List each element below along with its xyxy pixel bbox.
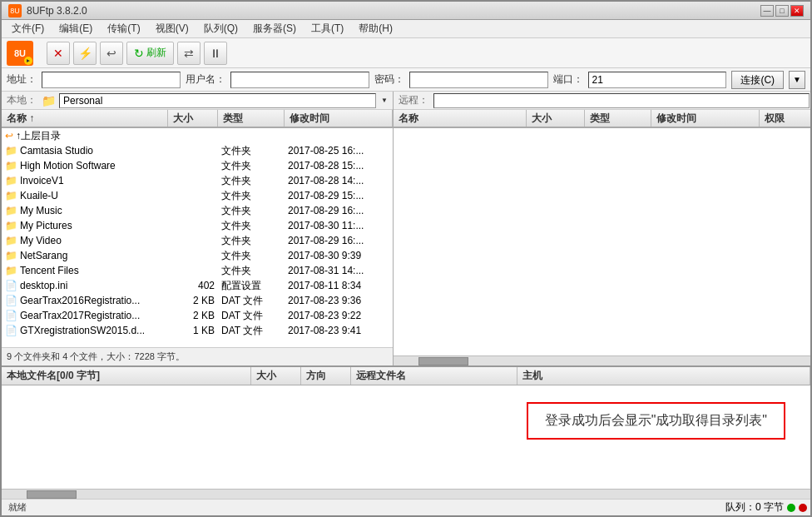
menu-file[interactable]: 文件(F) [5,20,51,37]
table-row[interactable]: 📄desktop.ini 402 配置设置 2017-08-11 8:34 [2,278,393,293]
port-input[interactable] [588,72,727,88]
toolbar: 8U ▸ ✕ ⚡ ↩ ↻ 刷新 ⇄ ⏸ [2,38,810,68]
file-cell-date: 2017-08-23 9:41 [285,325,393,336]
app-icon: 8U [8,4,22,17]
transfer-scrollbar[interactable] [2,489,810,499]
local-panel-status: 9 个文件夹和 4 个文件，大小：7228 字节。 [2,347,393,365]
connect-dropdown[interactable]: ▼ [789,71,805,89]
table-row[interactable]: 📁My Music 文件夹 2017-08-29 16:... [2,203,393,218]
folder-icon: 📁 [5,190,17,201]
table-row[interactable]: 📁Tencent Files 文件夹 2017-08-31 14:... [2,263,393,278]
file-cell-type: DAT 文件 [218,294,285,308]
app-title: 8UFtp 3.8.2.0 [27,5,87,17]
table-row[interactable]: 📁My Video 文件夹 2017-08-29 16:... [2,233,393,248]
refresh-icon: ↻ [134,47,144,60]
transfer-body: 登录成功后会显示"成功取得目录列表" [2,385,810,489]
close-button[interactable]: ✕ [790,5,804,17]
connect-button[interactable]: 连接(C) [731,71,784,89]
file-cell-name: 📄GearTrax2017Registratio... [2,310,168,321]
remote-path-value[interactable] [433,93,810,108]
col-header-remote-size[interactable]: 大小 [527,110,585,127]
table-row[interactable]: 📁Camtasia Studio 文件夹 2017-08-25 16:... [2,143,393,158]
table-row[interactable]: 📁High Motion Software 文件夹 2017-08-28 15:… [2,158,393,173]
pass-input[interactable] [409,72,548,88]
transfer-scroll-thumb[interactable] [27,490,77,499]
remote-panel: 远程： ▼ 名称 大小 类型 修改时间 权限 [394,92,810,365]
transfer-button[interactable]: ⇄ [177,42,201,65]
transfer-col-size[interactable]: 大小 [251,367,301,385]
stop-button[interactable]: ✕ [47,42,70,65]
panels-row: 本地： 📁 Personal ▼ 名称 ↑ 大小 类型 修改时间 ↩↑上层目录 [2,92,810,365]
menu-queue[interactable]: 队列(Q) [197,20,245,37]
table-row[interactable]: 📄GearTrax2016Registratio... 2 KB DAT 文件 … [2,293,393,308]
remote-scroll-thumb[interactable] [418,357,468,365]
menu-server[interactable]: 服务器(S) [246,20,303,37]
file-cell-name: 📁My Music [2,205,168,216]
file-cell-name: 📁InvoiceV1 [2,175,168,186]
file-cell-type: 配置设置 [218,279,285,293]
reconnect-button[interactable]: ⚡ [73,42,97,65]
refresh-label: 刷新 [146,46,166,60]
addr-label: 地址： [7,72,37,87]
col-header-type[interactable]: 类型 [218,110,285,127]
user-input[interactable] [230,72,369,88]
remote-file-list[interactable] [394,128,810,355]
menu-tools[interactable]: 工具(T) [304,20,350,37]
file-cell-type: 文件夹 [218,249,285,263]
transfer-col-direction[interactable]: 方向 [301,367,351,385]
indicator-red [799,504,807,512]
local-path-value[interactable]: Personal [59,93,376,108]
col-header-size[interactable]: 大小 [168,110,218,127]
folder-icon: 📁 [5,145,17,157]
path-dropdown-icon[interactable]: ▼ [381,97,388,104]
local-file-list[interactable]: ↩↑上层目录 📁Camtasia Studio 文件夹 2017-08-25 1… [2,128,393,347]
col-header-date[interactable]: 修改时间 [285,110,393,127]
file-doc-icon: 📄 [5,325,17,336]
file-cell-date: 2017-08-29 16:... [285,235,393,246]
transfer-area: 本地文件名[0/0 字节] 大小 方向 远程文件名 主机 登录成功后会显示"成功… [2,365,810,499]
table-row[interactable]: 📄GTXregistrationSW2015.d... 1 KB DAT 文件 … [2,323,393,338]
col-header-name[interactable]: 名称 ↑ [2,110,168,127]
file-cell-name: 📁High Motion Software [2,160,168,172]
file-cell-type: 文件夹 [218,234,285,248]
table-row[interactable]: ↩↑上层目录 [2,128,393,143]
table-row[interactable]: 📄GearTrax2017Registratio... 2 KB DAT 文件 … [2,308,393,323]
transfer-col-headers: 本地文件名[0/0 字节] 大小 方向 远程文件名 主机 [2,367,810,385]
folder-icon: 📁 [5,220,17,231]
remote-scrollbar[interactable] [394,355,810,365]
refresh-button[interactable]: ↻ 刷新 [126,42,174,65]
file-cell-type: 文件夹 [218,189,285,203]
table-row[interactable]: 📁InvoiceV1 文件夹 2017-08-28 14:... [2,173,393,188]
file-cell-type: DAT 文件 [218,324,285,338]
address-bar: 地址： 用户名： 密码： 端口： 连接(C) ▼ [2,68,810,92]
file-cell-size: 1 KB [168,325,218,336]
menu-transfer[interactable]: 传输(T) [101,20,146,37]
back-button[interactable]: ↩ [100,42,123,65]
transfer-col-remotefile[interactable]: 远程文件名 [351,367,517,385]
file-cell-name: 📁My Pictures [2,220,168,231]
file-cell-date: 2017-08-11 8:34 [285,280,393,291]
table-row[interactable]: 📁NetSarang 文件夹 2017-08-30 9:39 [2,248,393,263]
col-header-remote-name[interactable]: 名称 [394,110,527,127]
addr-input[interactable] [42,72,181,88]
pause-button[interactable]: ⏸ [204,42,227,65]
transfer-col-host[interactable]: 主机 [517,367,810,385]
minimize-button[interactable]: — [760,5,774,17]
folder-icon-header: 📁 [42,94,56,107]
menu-view[interactable]: 视图(V) [149,20,196,37]
menu-help[interactable]: 帮助(H) [352,20,399,37]
table-row[interactable]: 📁My Pictures 文件夹 2017-08-30 11:... [2,218,393,233]
transfer-col-localfile[interactable]: 本地文件名[0/0 字节] [2,367,251,385]
file-cell-date: 2017-08-30 11:... [285,220,393,231]
file-cell-name: 📁Camtasia Studio [2,145,168,157]
col-header-remote-perm[interactable]: 权限 [760,110,810,127]
menu-edit[interactable]: 编辑(E) [52,20,99,37]
local-label: 本地： [7,93,37,107]
table-row[interactable]: 📁Kuaile-U 文件夹 2017-08-29 15:... [2,188,393,203]
col-header-remote-date[interactable]: 修改时间 [651,110,760,127]
local-status-text: 9 个文件夹和 4 个文件，大小：7228 字节。 [7,350,185,363]
col-header-remote-type[interactable]: 类型 [585,110,651,127]
file-cell-date: 2017-08-28 15:... [285,160,393,172]
maximize-button[interactable]: □ [775,5,789,17]
title-bar: 8U 8UFtp 3.8.2.0 — □ ✕ [2,2,810,20]
